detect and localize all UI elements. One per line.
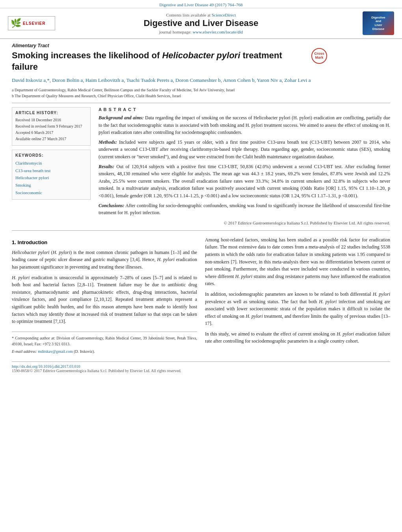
article-history-box: Article history: Received 18 December 20… [12, 107, 91, 146]
abstract-text: Background and aims: Data regarding the … [99, 114, 390, 226]
intro-para4: In addition, sociodemographic parameters… [205, 291, 390, 327]
section-label: Alimentary Tract [12, 43, 390, 48]
journal-citation: Digestive and Liver Disease 49 (2017) 76… [159, 2, 242, 7]
homepage-link[interactable]: www.elsevier.com/locate/dld [193, 30, 243, 34]
brand-icon-area: DigestiveandLiverDisease [347, 11, 394, 35]
bottom-bar: http://dx.doi.org/10.1016/j.dld.2017.03.… [12, 361, 390, 373]
sciencedirect-link[interactable]: ScienceDirect [212, 13, 236, 17]
main-col-left: 1. Introduction Helicobacter pylori (H. … [12, 236, 197, 356]
elsevier-logo-area: 🌿 ELSEVIER [8, 16, 55, 30]
journal-brand-icon: DigestiveandLiverDisease [363, 11, 394, 35]
footnote-corresponding: * Corresponding author at: Division of G… [12, 335, 197, 347]
keyword-2: C13-urea breath test [15, 167, 87, 174]
received-date: Received 18 December 2016 [15, 117, 87, 123]
tree-icon: 🌿 [11, 18, 21, 28]
conclusions-head: Conclusions: [99, 203, 124, 208]
doi-line: http://dx.doi.org/10.1016/j.dld.2017.03.… [12, 364, 390, 369]
available-label: Available online 27 March 2017 [15, 137, 66, 141]
elsevier-wordmark: ELSEVIER [23, 21, 45, 26]
abstract-title: A B S T R A C T [99, 107, 390, 112]
main-col-right: Among host-related factors, smoking has … [205, 236, 390, 356]
keyword-4: Smoking [15, 182, 87, 189]
divider-1 [12, 103, 390, 103]
info-abstract-section: Article history: Received 18 December 20… [12, 107, 390, 226]
title-part1: Smoking increases the likelihood of [12, 50, 162, 60]
article-title: Smoking increases the likelihood of Heli… [12, 50, 307, 72]
revised-date: Received in revised form 9 February 2017 [15, 123, 87, 130]
intro-para3: Among host-related factors, smoking has … [205, 236, 390, 287]
keywords-title: Keywords: [15, 153, 87, 158]
journal-title-area: Contents lists available at ScienceDirec… [55, 13, 347, 34]
affiliation-1: a Department of Gastroenterology, Rabin … [12, 87, 390, 93]
article-info-column: Article history: Received 18 December 20… [12, 107, 91, 226]
email-suffix: (D. Itskoviz). [74, 349, 95, 354]
abstract-results: Results: Out of 120,914 subjects with a … [99, 163, 390, 200]
background-head: Background and aims: [99, 115, 143, 120]
intro-para2: H. pylori eradication is unsuccessful in… [12, 274, 197, 325]
intro-para1: Helicobacter pylori (H. pylori) is the m… [12, 249, 197, 271]
abstract-methods: Methods: Included were subjects aged 15 … [99, 139, 390, 161]
keyword-1: Clarithromycin [15, 159, 87, 167]
keywords-box: Keywords: Clarithromycin C13-urea breath… [12, 150, 91, 200]
contents-line: Contents lists available at ScienceDirec… [55, 13, 347, 17]
keyword-5: Socioeconomic [15, 189, 87, 196]
issn-line: 1590-8658/© 2017 Editrice Gastroenterolo… [12, 369, 390, 373]
results-text: Out of 120,914 subjects with a positive … [99, 164, 390, 198]
elsevier-logo: 🌿 ELSEVIER [8, 16, 55, 30]
methods-text: Included were subjects aged 15 years or … [99, 139, 390, 159]
intro-para5: In this study, we aimed to evaluate the … [205, 330, 390, 345]
conclusions-text: After controlling for socio-demographic … [99, 203, 390, 216]
title-italic: Helicobacter pylori [162, 50, 240, 60]
journal-title: Digestive and Liver Disease [55, 18, 347, 28]
contents-text: Contents lists available at [166, 13, 210, 17]
journal-header: 🌿 ELSEVIER Contents lists available at S… [0, 8, 402, 39]
journal-homepage: journal homepage: www.elsevier.com/locat… [55, 30, 347, 34]
brand-icon-text: DigestiveandLiverDisease [371, 16, 385, 31]
main-content: 1. Introduction Helicobacter pylori (H. … [12, 236, 390, 356]
crossmark-icon: CrossMark [311, 48, 327, 64]
affiliation-2: b The Department of Quality Measures and… [12, 93, 390, 99]
revised-label: Received in revised form 9 February 2017 [15, 124, 82, 128]
article-body: Alimentary Tract Smoking increases the l… [0, 39, 402, 381]
authors: David Itskoviz a,*, Doron Boltin a, Haim… [12, 76, 390, 85]
received-label: Received 18 December 2016 [15, 118, 61, 122]
journal-citation-bar: Digestive and Liver Disease 49 (2017) 76… [0, 0, 402, 8]
methods-head: Methods: [99, 139, 117, 145]
accepted-date: Accepted 6 March 2017 [15, 130, 87, 136]
abstract-conclusions: Conclusions: After controlling for socio… [99, 202, 390, 217]
article-history-title: Article history: [15, 111, 87, 115]
divider-2 [12, 230, 390, 231]
keyword-3: Helicobacter pylori [15, 174, 87, 182]
intro-heading: 1. Introduction [12, 239, 197, 247]
abstract-copyright: © 2017 Editrice Gastroenterologica Itali… [99, 220, 390, 226]
results-head: Results: [99, 164, 114, 169]
email-label: E-mail address: [12, 349, 37, 354]
related-text: related [179, 275, 192, 280]
homepage-prefix: journal homepage: [159, 30, 192, 34]
affiliations: a Department of Gastroenterology, Rabin … [12, 87, 390, 99]
doi-link[interactable]: http://dx.doi.org/10.1016/j.dld.2017.03.… [12, 364, 80, 369]
abstract-column: A B S T R A C T Background and aims: Dat… [99, 107, 390, 226]
footnote-email: E-mail address: mditskav@gmail.com (D. I… [12, 348, 197, 354]
accepted-label: Accepted 6 March 2017 [15, 130, 53, 135]
footnote-area: * Corresponding author at: Division of G… [12, 332, 197, 354]
title-row: Smoking increases the likelihood of Heli… [12, 50, 390, 76]
available-date: Available online 27 March 2017 [15, 136, 87, 142]
email-link[interactable]: mditskav@gmail.com [38, 349, 73, 354]
crossmark-badge[interactable]: CrossMark [311, 48, 327, 64]
abstract-background: Background and aims: Data regarding the … [99, 114, 390, 136]
